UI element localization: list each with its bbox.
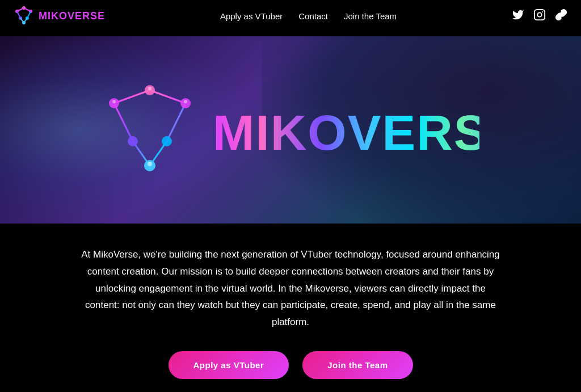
svg-point-14 [542,11,543,12]
svg-line-7 [24,8,31,11]
svg-rect-12 [534,9,545,19]
svg-point-24 [128,136,138,146]
join-team-button[interactable]: Join the Team [302,351,412,379]
link-icon[interactable] [555,9,567,24]
hero-m-icon [102,82,198,178]
svg-line-6 [17,8,24,11]
svg-line-16 [150,90,186,103]
description-text: At MikoVerse, we're building the next ge… [81,246,500,331]
svg-point-29 [184,100,187,103]
svg-line-15 [114,90,150,103]
svg-point-30 [148,162,152,166]
instagram-icon[interactable] [533,9,546,24]
svg-point-13 [537,12,541,16]
main-content: At MikoVerse, we're building the next ge… [0,228,581,392]
nav-apply[interactable]: Apply as VTuber [220,11,283,21]
logo-text: MIKOVERSE [39,10,105,22]
main-nav: Apply as VTuber Contact Join the Team [220,11,397,21]
logo-icon [14,6,34,26]
hero-banner: MIKOVERSE [0,36,581,224]
svg-point-27 [112,100,116,103]
svg-line-10 [20,18,24,23]
svg-line-8 [17,11,20,18]
svg-line-18 [167,103,186,141]
site-header: MIKOVERSE Apply as VTuber Contact Join t… [0,0,581,32]
social-icons [512,9,567,24]
hero-brand-text: MIKOVERSE [207,98,479,162]
twitter-icon[interactable] [512,9,524,24]
logo-area[interactable]: MIKOVERSE [14,6,105,26]
svg-point-28 [148,87,151,90]
nav-join[interactable]: Join the Team [344,11,397,21]
svg-text:MIKOVERSE: MIKOVERSE [213,104,479,160]
svg-line-17 [114,103,133,141]
svg-line-11 [24,18,27,23]
hero-logo-container: MIKOVERSE [102,82,479,178]
cta-buttons: Apply as VTuber Join the Team [45,351,536,379]
apply-vtuber-button[interactable]: Apply as VTuber [169,351,289,379]
nav-contact[interactable]: Contact [298,11,328,21]
svg-line-9 [27,11,31,18]
svg-point-25 [162,136,172,146]
